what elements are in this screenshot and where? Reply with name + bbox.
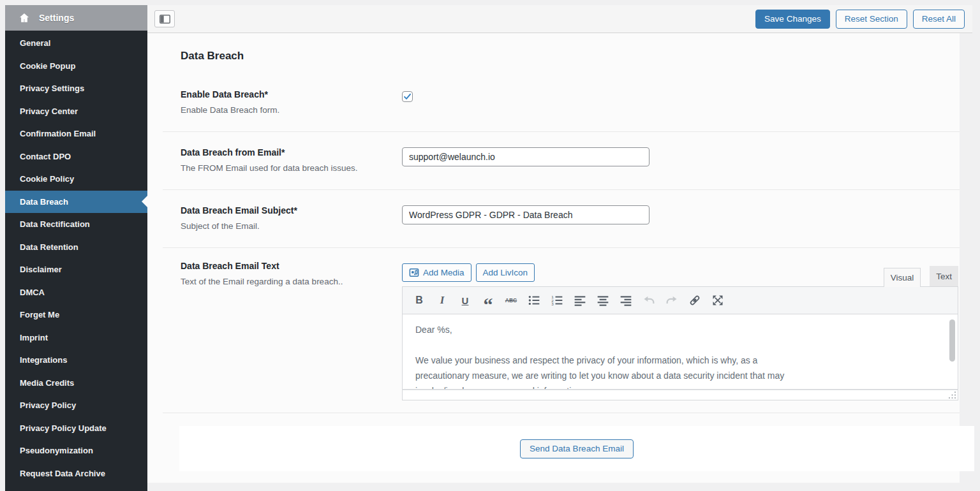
enable-data-breach-checkbox[interactable] <box>402 91 413 102</box>
sidebar-item-cookie-policy[interactable]: Cookie Policy <box>5 168 147 191</box>
sidebar-item-media-credits[interactable]: Media Credits <box>5 372 147 395</box>
sidebar-item-cookie-popup[interactable]: Cookie Popup <box>5 55 147 78</box>
sidebar-item-pseudonymization[interactable]: Pseudonymization <box>5 439 147 462</box>
sidebar-item-confirmation-email[interactable]: Confirmation Email <box>5 122 147 145</box>
tab-visual[interactable]: Visual <box>884 268 921 287</box>
numbered-list-icon[interactable]: 123 <box>549 293 565 308</box>
editor-scrollbar-thumb[interactable] <box>949 319 955 362</box>
email-subject-input[interactable] <box>402 205 650 224</box>
row-email-subject: Data Breach Email Subject* Subject of th… <box>163 190 960 248</box>
sidebar-item-label: Contact DPO <box>20 152 71 161</box>
settings-content: Data Breach Enable Data Breach* Enable D… <box>147 33 960 483</box>
from-email-input[interactable] <box>402 147 650 166</box>
fullscreen-icon[interactable] <box>710 293 725 308</box>
active-item-arrow-icon <box>142 196 147 207</box>
sidebar-item-label: Imprint <box>20 333 48 342</box>
sidebar-item-label: Disclaimer <box>20 265 62 274</box>
tab-text[interactable]: Text <box>930 266 958 286</box>
form-rows: Enable Data Breach* Enable Data Breach f… <box>163 74 960 471</box>
editor-line: Dear %s, <box>415 322 941 337</box>
sidebar-item-label: Cookie Policy <box>20 174 74 184</box>
sidebar-item-request-data-archive[interactable]: Request Data Archive <box>5 462 147 485</box>
field-label: Data Breach from Email* <box>181 147 402 158</box>
strikethrough-icon[interactable]: ABC <box>503 293 519 308</box>
sidebar-item-imprint[interactable]: Imprint <box>5 326 147 349</box>
undo-icon[interactable] <box>641 293 657 308</box>
sidebar-item-label: Privacy Policy <box>20 400 76 410</box>
field-description: The FROM Email used for data breach issu… <box>181 163 402 173</box>
row-enable-data-breach: Enable Data Breach* Enable Data Breach f… <box>163 74 960 132</box>
sidebar-nav: GeneralCookie PopupPrivacy SettingsPriva… <box>5 31 147 485</box>
align-center-icon[interactable] <box>595 293 611 308</box>
bold-icon[interactable]: B <box>412 293 427 308</box>
field-description: Enable Data Breach form. <box>181 105 402 115</box>
sidebar-item-label: Request Data Archive <box>20 469 105 478</box>
underline-icon[interactable]: U <box>457 293 473 308</box>
save-changes-button[interactable]: Save Changes <box>755 10 830 29</box>
add-media-button[interactable]: Add Media <box>402 263 471 282</box>
sidebar-item-data-breach[interactable]: Data Breach <box>5 191 147 214</box>
sidebar-item-general[interactable]: General <box>5 32 147 55</box>
sidebar-item-privacy-settings[interactable]: Privacy Settings <box>5 77 147 100</box>
redo-icon[interactable] <box>664 293 679 308</box>
email-text-content[interactable]: Dear %s, We value your business and resp… <box>402 314 958 390</box>
editor-statusbar <box>402 390 958 400</box>
reset-section-button[interactable]: Reset Section <box>836 10 907 29</box>
resize-handle-icon[interactable] <box>948 391 956 399</box>
sidebar-item-label: Data Retention <box>20 242 78 252</box>
align-right-icon[interactable] <box>618 293 634 308</box>
sidebar-item-data-rectification[interactable]: Data Rectification <box>5 213 147 236</box>
editor-line <box>415 337 941 353</box>
row-email-text: Data Breach Email Text Text of the Email… <box>163 248 960 413</box>
sidebar-item-integrations[interactable]: Integrations <box>5 349 147 372</box>
sidebar-item-privacy-policy[interactable]: Privacy Policy <box>5 394 147 417</box>
sidebar-item-privacy-center[interactable]: Privacy Center <box>5 100 147 123</box>
editor-line: involve/involves your personal informati… <box>415 383 941 390</box>
editor-line: precautionary measure, we are writing to… <box>415 368 941 383</box>
sidebar-header-settings[interactable]: Settings <box>5 5 147 31</box>
sidebar-item-label: Media Credits <box>20 378 74 388</box>
reset-all-button[interactable]: Reset All <box>913 10 965 29</box>
sidebar-item-label: Confirmation Email <box>20 129 96 138</box>
sidebar-item-label: Privacy Policy Update <box>20 423 107 433</box>
send-data-breach-email-button[interactable]: Send Data Breach Email <box>520 439 634 458</box>
align-left-icon[interactable] <box>572 293 588 308</box>
sidebar-item-label: General <box>20 38 50 48</box>
email-text-editor: Add Media Add LivIcon Visual Text <box>402 261 958 400</box>
sidebar-item-contact-dpo[interactable]: Contact DPO <box>5 145 147 168</box>
sidebar-item-label: Data Rectification <box>20 219 90 229</box>
media-icon <box>409 268 419 277</box>
sidebar-item-disclaimer[interactable]: Disclaimer <box>5 258 147 281</box>
field-label: Data Breach Email Subject* <box>181 205 402 216</box>
sidebar-item-data-retention[interactable]: Data Retention <box>5 236 147 259</box>
sidebar-item-dmca[interactable]: DMCA <box>5 281 147 304</box>
sidebar-item-privacy-policy-update[interactable]: Privacy Policy Update <box>5 417 147 440</box>
blockquote-icon[interactable]: “ <box>480 293 496 308</box>
field-label: Enable Data Breach* <box>181 89 402 99</box>
bullet-list-icon[interactable] <box>526 293 542 308</box>
settings-page: Settings GeneralCookie PopupPrivacy Sett… <box>0 0 980 491</box>
send-email-panel: Send Data Breach Email <box>179 426 974 471</box>
field-description: Text of the Email regarding a data breac… <box>181 277 402 286</box>
sidebar-item-label: Cookie Popup <box>20 61 75 71</box>
editor-toolbar: B I U “ ABC 123 <box>402 286 958 314</box>
italic-icon[interactable]: I <box>434 293 450 308</box>
sidebar-item-label: Privacy Settings <box>20 84 84 93</box>
link-icon[interactable] <box>687 293 702 308</box>
sidebar-item-label: Forget Me <box>20 310 59 319</box>
add-livicon-button[interactable]: Add LivIcon <box>476 263 535 282</box>
page-title: Data Breach <box>181 50 960 62</box>
field-label: Data Breach Email Text <box>181 261 402 271</box>
collapse-sidebar-button[interactable] <box>154 10 175 27</box>
sidebar-title: Settings <box>39 13 74 23</box>
checkmark-icon <box>403 92 412 101</box>
topbar: Save Changes Reset Section Reset All <box>147 5 972 33</box>
sidebar-item-label: Data Breach <box>20 197 68 207</box>
sidebar-item-label: Pseudonymization <box>20 446 93 455</box>
sidebar-toggle-icon <box>160 15 170 24</box>
sidebar-item-label: Privacy Center <box>20 106 78 116</box>
sidebar-item-forget-me[interactable]: Forget Me <box>5 304 147 326</box>
row-from-email: Data Breach from Email* The FROM Email u… <box>163 132 960 190</box>
sidebar-item-label: Integrations <box>20 355 67 365</box>
home-icon <box>19 12 30 24</box>
